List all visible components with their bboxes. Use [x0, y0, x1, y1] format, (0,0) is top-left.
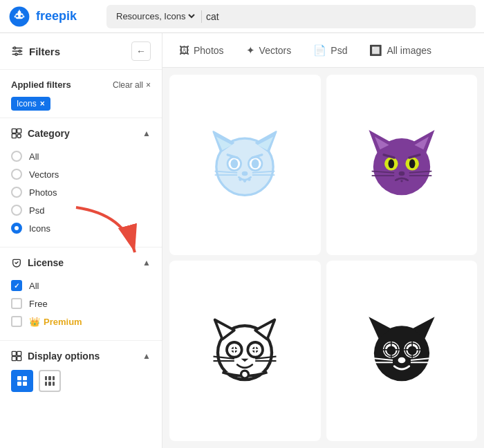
category-icon	[11, 128, 22, 139]
category-option-icons[interactable]: Icons	[11, 219, 151, 237]
category-radio-photos	[11, 187, 22, 198]
svg-point-48	[388, 159, 394, 168]
display-options-chevron-icon: ▲	[142, 351, 151, 361]
svg-rect-14	[12, 129, 16, 133]
grid-2-icon	[17, 376, 27, 386]
category-chevron-icon: ▲	[142, 129, 151, 138]
header: freepik Resources, Icons Resources Icons	[0, 0, 484, 33]
cat-image-4	[357, 306, 447, 396]
grid-3-button[interactable]	[39, 370, 61, 392]
display-options-icon	[11, 351, 22, 362]
svg-rect-6	[15, 15, 16, 17]
grid-3-icon	[45, 376, 55, 386]
category-radio-all	[11, 151, 22, 162]
license-option-premium[interactable]: 👑 Premium	[11, 312, 151, 330]
logo-text: freepik	[36, 9, 77, 24]
image-card-1[interactable]	[169, 75, 321, 255]
svg-rect-5	[19, 10, 20, 11]
crown-icon: 👑	[29, 317, 40, 327]
category-section-header[interactable]: Category ▲	[11, 128, 151, 139]
svg-rect-21	[17, 357, 21, 361]
tab-vectors[interactable]: ✦ Vectors	[236, 39, 301, 62]
sidebar: Filters ← Applied filters Clear all × Ic…	[0, 33, 162, 448]
svg-point-59	[405, 178, 407, 180]
svg-rect-16	[12, 134, 16, 138]
clear-all-button[interactable]: Clear all ×	[113, 80, 151, 90]
category-radio-vectors	[11, 169, 22, 180]
image-card-3[interactable]	[169, 261, 321, 441]
premium-label: 👑 Premium	[29, 317, 82, 327]
search-bar: Resources, Icons Resources Icons	[106, 5, 476, 28]
all-images-tab-label: All images	[387, 45, 431, 56]
category-radio-icons	[11, 223, 22, 234]
svg-point-49	[409, 159, 416, 168]
svg-point-29	[231, 159, 239, 168]
svg-point-13	[15, 53, 17, 55]
license-title: License	[11, 257, 64, 268]
svg-rect-7	[24, 15, 25, 17]
cat-image-2	[357, 120, 447, 210]
category-option-psd[interactable]: Psd	[11, 201, 151, 219]
cat-image-1	[200, 120, 290, 210]
logo-area: freepik	[8, 6, 98, 28]
category-option-vectors[interactable]: Vectors	[11, 165, 151, 183]
license-section-header[interactable]: License ▲	[11, 257, 151, 268]
category-option-all[interactable]: All	[11, 147, 151, 165]
filters-title: Filters	[11, 45, 60, 57]
vectors-tab-label: Vectors	[259, 45, 292, 56]
back-button[interactable]: ←	[131, 41, 151, 61]
license-option-free[interactable]: Free	[11, 295, 151, 312]
vectors-tab-icon: ✦	[246, 44, 255, 57]
applied-filters-header: Applied filters Clear all ×	[11, 80, 151, 90]
search-category-select[interactable]: Resources, Icons Resources Icons	[113, 10, 197, 22]
svg-point-11	[14, 47, 16, 49]
license-icon	[11, 257, 22, 268]
svg-point-12	[19, 50, 21, 53]
image-card-4[interactable]	[326, 261, 478, 441]
svg-point-3	[21, 15, 23, 17]
icons-tag-remove[interactable]: ×	[40, 99, 45, 109]
tab-all-images[interactable]: 🔲 All images	[360, 39, 441, 62]
svg-point-17	[17, 134, 21, 138]
license-chevron-icon: ▲	[142, 258, 151, 268]
main-layout: Filters ← Applied filters Clear all × Ic…	[0, 33, 484, 448]
svg-point-40	[248, 178, 251, 180]
display-options-title: Display options	[11, 351, 100, 362]
freepik-logo-icon	[8, 6, 30, 28]
photos-tab-icon: 🖼	[179, 44, 189, 56]
sidebar-top-bar: Filters ←	[0, 33, 162, 70]
image-card-2[interactable]	[326, 75, 478, 255]
grid-2-button[interactable]	[11, 370, 33, 392]
license-option-all[interactable]: All	[11, 277, 151, 295]
psd-tab-label: Psd	[331, 45, 347, 56]
all-images-tab-icon: 🔲	[369, 44, 382, 57]
icons-filter-tag[interactable]: Icons ×	[11, 97, 50, 111]
svg-point-30	[252, 159, 259, 168]
svg-point-71	[241, 371, 249, 378]
license-section: License ▲ All Free 👑 Premium	[0, 248, 162, 341]
tab-psd[interactable]: 📄 Psd	[304, 39, 357, 62]
image-grid	[162, 68, 484, 448]
display-options-header[interactable]: Display options ▲	[11, 351, 151, 362]
tab-photos[interactable]: 🖼 Photos	[169, 39, 234, 62]
svg-rect-20	[12, 357, 16, 361]
svg-rect-19	[17, 351, 21, 355]
display-options-section: Display options ▲	[0, 341, 162, 402]
content-area: 🖼 Photos ✦ Vectors 📄 Psd 🔲 All images	[162, 33, 484, 448]
category-option-photos[interactable]: Photos	[11, 183, 151, 201]
category-radio-psd	[11, 205, 22, 216]
svg-point-52	[398, 171, 404, 176]
filters-icon	[11, 45, 24, 57]
svg-point-38	[239, 178, 242, 180]
svg-rect-18	[12, 351, 16, 355]
svg-point-39	[243, 179, 246, 182]
svg-point-2	[16, 15, 18, 17]
applied-filters-section: Applied filters Clear all × Icons ×	[0, 70, 162, 118]
filter-tags: Icons ×	[11, 97, 151, 111]
svg-rect-15	[17, 129, 21, 133]
svg-point-89	[398, 357, 405, 363]
search-input[interactable]	[206, 11, 469, 22]
svg-point-57	[396, 178, 398, 180]
photos-tab-label: Photos	[194, 45, 224, 56]
svg-point-33	[242, 171, 248, 176]
